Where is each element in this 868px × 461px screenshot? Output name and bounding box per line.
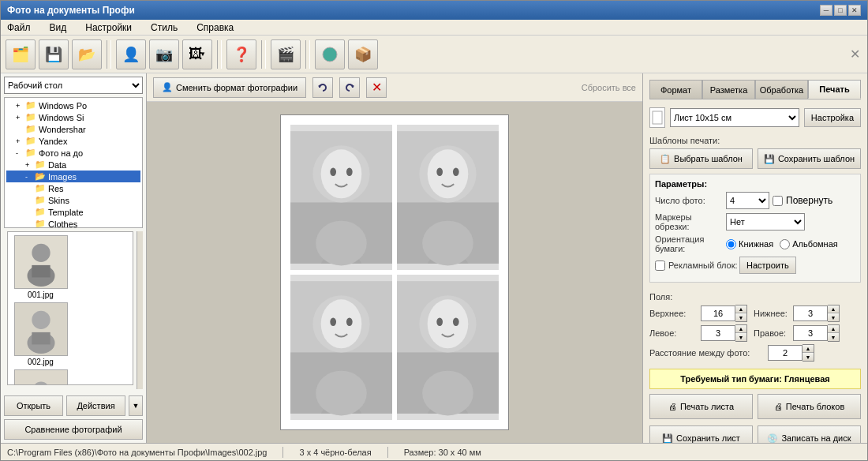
svg-point-28 xyxy=(346,168,353,176)
tree-item[interactable]: 📁 Res xyxy=(6,182,140,194)
spacing-increment-button[interactable]: ▲ xyxy=(803,345,814,353)
tree-item[interactable]: + 📁 Windows Po xyxy=(6,99,140,111)
tree-item[interactable]: 📁 Wondershar xyxy=(6,123,140,135)
tb-camera-button[interactable]: 📷 xyxy=(149,39,179,69)
spacing-field-input[interactable] xyxy=(768,345,803,361)
print-sheet-button[interactable]: 🖨 Печать листа xyxy=(649,394,753,419)
photo-cell-1[interactable] xyxy=(290,125,392,270)
orientation-label: Ориентация бумаги: xyxy=(655,234,726,253)
folder-dropdown[interactable]: Рабочий стол xyxy=(4,77,143,94)
tb-help-button[interactable]: ❓ xyxy=(226,39,256,69)
tb-package-button[interactable]: 📦 xyxy=(348,39,378,69)
tb-circle-button[interactable] xyxy=(315,39,345,69)
tree-item[interactable]: 📁 Skins xyxy=(6,194,140,206)
minimize-button[interactable]: ─ xyxy=(820,5,832,16)
cut-markers-row: Маркеры обрезки: Нет xyxy=(655,212,855,231)
landscape-option[interactable]: Альбомная xyxy=(780,239,838,249)
tree-item[interactable]: - 📁 Фото на до xyxy=(6,147,140,159)
close-button[interactable]: ✕ xyxy=(848,5,861,16)
status-separator-1 xyxy=(282,447,283,458)
photo-cell-3[interactable] xyxy=(290,275,392,420)
tb-new-button[interactable]: 🗂️ xyxy=(6,39,36,69)
left-field-input-wrap: ▲ ▼ xyxy=(701,324,747,342)
reset-all-button[interactable]: Сбросить все xyxy=(582,83,636,92)
tab-format[interactable]: Формат xyxy=(649,80,702,99)
top-increment-button[interactable]: ▲ xyxy=(735,305,746,313)
tree-item[interactable]: + 📁 Windows Si xyxy=(6,111,140,123)
rotate-checkbox[interactable] xyxy=(773,196,783,206)
right-decrement-button[interactable]: ▼ xyxy=(828,333,839,341)
tree-item[interactable]: 📁 Template xyxy=(6,206,140,218)
right-increment-button[interactable]: ▲ xyxy=(828,325,839,333)
save-sheet-button[interactable]: 💾 Сохранить лист xyxy=(649,425,753,443)
portrait-radio[interactable] xyxy=(726,239,736,249)
tree-item-clothes[interactable]: 📁 Clothes xyxy=(6,218,140,228)
top-field-input[interactable] xyxy=(701,305,735,321)
tb-separator-4 xyxy=(305,40,310,69)
save-template-button[interactable]: 💾 Сохранить шаблон xyxy=(758,148,861,169)
bottom-increment-button[interactable]: ▲ xyxy=(828,305,839,313)
maximize-button[interactable]: □ xyxy=(834,5,847,16)
photo-cell-4[interactable] xyxy=(397,275,499,420)
tab-print[interactable]: Печать xyxy=(808,80,861,99)
thumbnail-container: 001.jpg 002.jpg xyxy=(4,231,143,389)
advert-checkbox[interactable] xyxy=(655,260,665,271)
bottom-field-input[interactable] xyxy=(793,305,828,321)
cut-markers-select[interactable]: Нет xyxy=(726,213,805,230)
tab-layout[interactable]: Разметка xyxy=(702,80,755,99)
right-field-input[interactable] xyxy=(793,325,828,341)
file-tree[interactable]: + 📁 Windows Po + 📁 Windows Si 📁 Wondersh… xyxy=(4,97,143,228)
tb-save-button[interactable]: 💾 xyxy=(39,39,69,69)
status-path: C:\Program Files (x86)\Фото на документы… xyxy=(7,448,267,457)
left-decrement-button[interactable]: ▼ xyxy=(735,333,746,341)
close-panel-icon[interactable]: ✕ xyxy=(847,47,862,62)
thumbnail-area: 001.jpg 002.jpg xyxy=(7,231,133,385)
fields-section: Поля: Верхнее: ▲ ▼ Нижнее: ▲ xyxy=(649,289,861,364)
landscape-radio[interactable] xyxy=(780,239,790,249)
actions-button[interactable]: Действия xyxy=(66,395,125,416)
bottom-decrement-button[interactable]: ▼ xyxy=(828,313,839,321)
folder-icon: 📁 xyxy=(25,124,36,134)
thumbnail-001[interactable]: 001.jpg xyxy=(11,235,70,299)
menu-view[interactable]: Вид xyxy=(47,22,70,33)
tb-folder-button[interactable]: 📂 xyxy=(72,39,102,69)
thumbnail-003[interactable]: 003.jpg xyxy=(11,369,70,385)
left-field-input[interactable] xyxy=(701,325,735,341)
tree-item[interactable]: + 📁 Data xyxy=(6,159,140,171)
spacing-decrement-button[interactable]: ▼ xyxy=(803,353,814,361)
tree-item-selected[interactable]: - 📂 Images xyxy=(6,171,140,182)
menu-settings[interactable]: Настройки xyxy=(82,22,135,33)
menu-style[interactable]: Стиль xyxy=(148,22,181,33)
portrait-option[interactable]: Книжная xyxy=(726,239,773,249)
photo-cell-2[interactable] xyxy=(397,125,499,270)
top-decrement-button[interactable]: ▼ xyxy=(735,313,746,321)
menu-file[interactable]: Файл xyxy=(4,22,34,33)
menu-help[interactable]: Справка xyxy=(193,22,237,33)
rotate-right-button[interactable] xyxy=(339,77,360,98)
print-blocks-button[interactable]: 🖨 Печать блоков xyxy=(758,394,861,419)
tree-item[interactable]: + 📁 Yandex xyxy=(6,135,140,147)
thumbnail-scrollbar[interactable] xyxy=(137,231,143,389)
title-bar-buttons: ─ □ ✕ xyxy=(820,5,861,16)
photo-count-select[interactable]: 4 xyxy=(726,192,769,209)
paper-size-select[interactable]: Лист 10x15 см xyxy=(670,108,799,127)
thumb-img-001 xyxy=(14,235,68,289)
delete-photo-button[interactable]: ✕ xyxy=(366,77,387,98)
change-format-button[interactable]: 👤 Сменить формат фотографии xyxy=(153,77,306,98)
paper-settings-button[interactable]: Настройка xyxy=(804,108,861,127)
rotate-left-button[interactable] xyxy=(312,77,333,98)
svg-point-6 xyxy=(32,311,50,329)
tb-image-button[interactable]: 🖼▼ xyxy=(182,39,212,69)
actions-arrow-button[interactable]: ▼ xyxy=(129,395,143,416)
thumbnail-002[interactable]: 002.jpg xyxy=(11,302,70,366)
advert-settings-button[interactable]: Настроить xyxy=(739,257,796,274)
select-template-button[interactable]: 📋 Выбрать шаблон xyxy=(649,148,753,169)
svg-point-29 xyxy=(316,221,367,266)
open-button[interactable]: Открыть xyxy=(4,395,63,416)
tab-processing[interactable]: Обработка xyxy=(755,80,808,99)
tb-video-button[interactable]: 🎬 xyxy=(271,39,301,69)
tb-person-button[interactable]: 👤 xyxy=(116,39,146,69)
compare-button[interactable]: Сравнение фотографий xyxy=(4,419,143,440)
left-increment-button[interactable]: ▲ xyxy=(735,325,746,333)
write-disk-button[interactable]: 💿 Записать на диск xyxy=(758,425,861,443)
